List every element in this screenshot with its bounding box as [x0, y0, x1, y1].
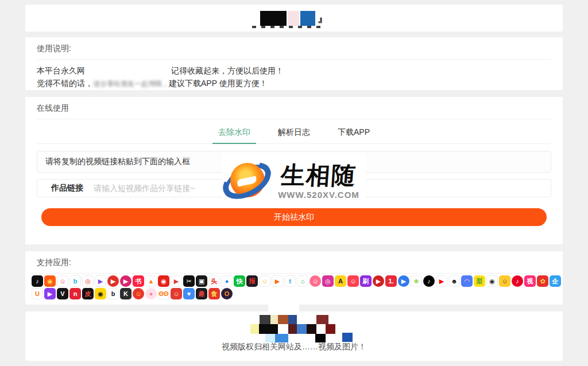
mosaic-block — [250, 324, 259, 334]
pipixia-app-icon: ☺ — [57, 275, 68, 287]
usage-line2-left: 觉得不错的话， — [37, 79, 93, 88]
monkey-red-app-icon: ☺ — [171, 288, 182, 299]
mosaic-block — [278, 324, 288, 334]
mosaic-block — [316, 315, 328, 324]
zuiyou-app-icon: ◉ — [95, 288, 106, 299]
play-orange-app-icon: ▶ — [272, 275, 283, 287]
mosaic-block — [288, 315, 297, 324]
usage-line-1: 本平台永久网记得收藏起来，方便以后使用！ — [37, 64, 551, 77]
paste-hint-text: 请将复制的视频链接粘贴到下面的输入框 — [45, 157, 190, 167]
youtube-app-icon: ▶ — [436, 275, 447, 287]
censor-block — [288, 11, 299, 26]
app-icon-row-1: ♪◉☺b◎▶▶▶书▲◉▶✂▣头●快报☺▶t⌂☺◎A☺刷▶1.▶❀♪▶☻◠梨◉☺♪… — [30, 274, 558, 287]
copyright-text: 视频版权归相关网站及……视频及图片！ — [25, 342, 563, 352]
mosaic-block — [259, 324, 278, 334]
site-title-fragment: 』 — [318, 11, 328, 26]
shi-food-app-icon: 食 — [208, 288, 220, 299]
mosaic-block — [270, 315, 278, 324]
kge-flower-app-icon: ✿ — [537, 275, 548, 287]
tab-bar: 去除水印解析日志下载APP — [37, 120, 551, 144]
b-white-app-icon: b — [107, 288, 119, 299]
douyin-app-icon: ♪ — [32, 275, 43, 287]
kuaishou-app-icon: ◉ — [44, 275, 56, 287]
kuaishou-speed-app-icon: 快 — [234, 275, 245, 287]
shipin-pink-app-icon: 视 — [524, 275, 536, 287]
instagram-app-icon: ◎ — [322, 275, 334, 287]
globe-logo-icon — [222, 156, 272, 205]
supported-apps-panel: 支持应用: ♪◉☺b◎▶▶▶书▲◉▶✂▣头●快报☺▶t⌂☺◎A☺刷▶1.▶❀♪▶… — [25, 251, 563, 305]
footer-panel: 视频版权归相关网站及……视频及图片！ — [25, 312, 563, 361]
xigua-app-icon: ▶ — [120, 275, 131, 287]
meipai-app-icon: ● — [145, 288, 157, 299]
site-watermark-logo: 生相随 WWW.520XV.COM — [222, 154, 366, 207]
divider — [37, 119, 551, 119]
link-input-label: 作品链接 — [37, 183, 94, 193]
play-darkred-app-icon: ▶ — [373, 275, 384, 287]
copyright-left: 视频版权归相关网站 — [222, 342, 294, 351]
monkey-yellow-app-icon: ☺ — [499, 275, 510, 287]
now-red-app-icon: n — [69, 288, 81, 299]
start-remove-watermark-button[interactable]: 开始祛水印 — [41, 208, 547, 226]
kaiyan-camera-app-icon: ◉ — [486, 275, 498, 287]
toutiao-app-icon: 头 — [208, 275, 220, 287]
censored-site-title: 』 — [260, 11, 328, 26]
mosaic-block — [288, 324, 297, 334]
qq-penguin-app-icon: 企 — [550, 275, 561, 287]
usage-line-2: 觉得不错的话，请分享给朋友一起用哦，建议下载APP 使用更方便！ — [37, 77, 551, 90]
site-header: 』 — [25, 5, 563, 32]
pipi-black-app-icon: 皮 — [82, 288, 94, 299]
mosaic-block — [326, 324, 335, 334]
duck-app-icon: ☺ — [259, 275, 270, 287]
tab-下载APP[interactable]: 下载APP — [336, 120, 371, 143]
browser-ball-app-icon: ● — [221, 275, 233, 287]
watermark-url: WWW.520XV.COM — [278, 190, 359, 200]
watermark-name: 生相随 — [280, 162, 357, 189]
jianying-capcut-app-icon: ✂ — [183, 275, 195, 287]
city-green-app-icon: ⌂ — [297, 275, 308, 287]
diyi-video-app-icon: 1. — [385, 275, 397, 287]
o-dark-app-icon: O — [221, 288, 233, 299]
bilibili-app-icon: b — [69, 275, 81, 287]
mosaic-block — [316, 324, 326, 334]
mosaic-block — [342, 333, 353, 342]
tab-解析日志[interactable]: 解析日志 — [277, 120, 311, 143]
copyright-right: 视频及图片！ — [318, 342, 366, 351]
soul-blue-app-icon: ◠ — [461, 275, 473, 287]
weishi-play-app-icon: ▶ — [95, 275, 106, 287]
weibo-app-icon: ◎ — [82, 275, 94, 287]
mosaic-block — [265, 334, 275, 342]
mosaic-block — [297, 324, 307, 334]
censored-title-strokes — [252, 26, 324, 28]
censor-block — [300, 11, 315, 26]
play-purple-app-icon: ▶ — [44, 288, 56, 299]
usage-title: 使用说明: — [37, 37, 551, 59]
pink-face-app-icon: ☺ — [310, 275, 321, 287]
xiaohongshu-app-icon: 书 — [133, 275, 144, 287]
usage-line2-right: 建议下载APP 使用更方便！ — [169, 79, 268, 88]
mosaic-block — [275, 334, 288, 342]
usage-line1-left: 本平台永久网 — [37, 66, 85, 75]
play-blue-app-icon: ▶ — [398, 275, 409, 287]
netease-music-app-icon: ♪ — [512, 275, 523, 287]
usage-body: 本平台永久网记得收藏起来，方便以后使用！ 觉得不错的话，请分享给朋友一起用哦，建… — [37, 60, 551, 90]
usage-line1-right: 记得收藏起来，方便以后使用！ — [171, 66, 284, 75]
huoshan-app-icon: ▲ — [145, 275, 157, 287]
quwen-app-icon: 趣 — [196, 288, 207, 299]
app-icon-row-2: U▶Vn皮◉bK☺●ʘʘ☺♥趣食O — [30, 287, 558, 299]
mosaic-block — [268, 302, 299, 313]
online-title: 在线使用 — [37, 97, 551, 119]
page: 』 使用说明: 本平台永久网记得收藏起来，方便以后使用！ 觉得不错的话，请分享给… — [0, 0, 588, 366]
watermark-text: 生相随 WWW.520XV.COM — [272, 162, 366, 200]
lvzhou-app-icon: ❀ — [411, 275, 422, 287]
censor-block — [260, 11, 287, 26]
apps-title: 支持应用: — [30, 251, 558, 273]
online-use-panel: 在线使用 去除水印解析日志下载APP 请将复制的视频链接粘贴到下面的输入框 作品… — [25, 97, 563, 244]
twitter-app-icon: t — [284, 275, 296, 287]
uc-browser-app-icon: U — [32, 288, 43, 299]
shuabao-app-icon: 刷 — [360, 275, 372, 287]
music-black-app-icon: ♪ — [423, 275, 435, 287]
camera-black-app-icon: ▣ — [196, 275, 207, 287]
mosaic-block — [307, 324, 316, 334]
heart-blue-app-icon: ♥ — [183, 288, 195, 299]
tab-去除水印[interactable]: 去除水印 — [217, 120, 252, 143]
